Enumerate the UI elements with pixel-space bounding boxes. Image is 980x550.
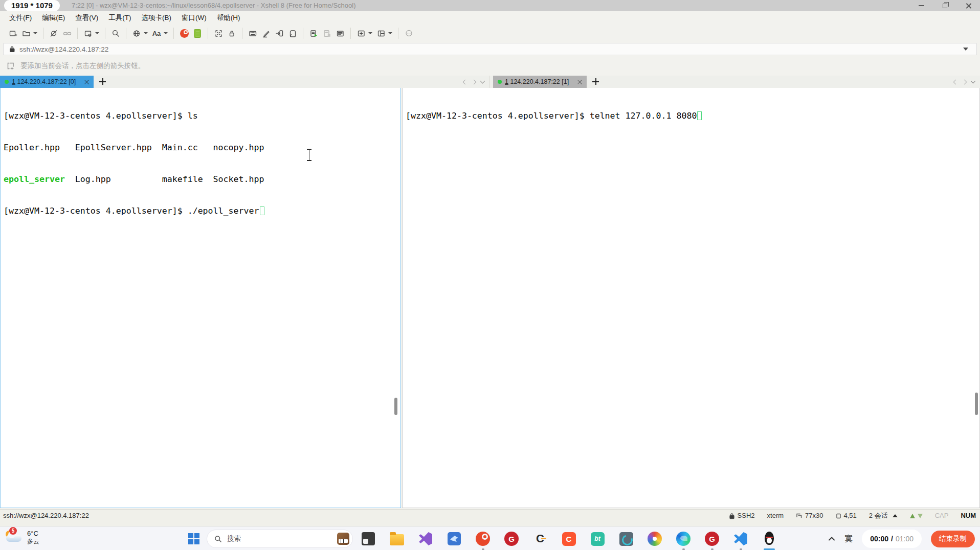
reconnect-icon[interactable] — [60, 27, 74, 40]
font-decrease-icon[interactable] — [918, 514, 923, 518]
open-session-icon[interactable] — [19, 27, 33, 40]
taskbar-search[interactable]: 搜索 — [207, 530, 353, 548]
leetcode-icon: C — [533, 532, 547, 546]
app-file-explorer[interactable] — [388, 530, 406, 548]
split-layout-icon[interactable] — [374, 27, 388, 40]
weather-cloud-icon: 5 — [5, 529, 24, 546]
app-leetcode[interactable]: C — [531, 530, 549, 548]
ssl-lock-icon — [9, 45, 15, 53]
search-icon[interactable] — [109, 27, 122, 40]
tab-list-dropdown-icon[interactable] — [971, 79, 976, 84]
xagent-icon[interactable] — [177, 27, 191, 40]
app-edge[interactable] — [674, 530, 693, 548]
menu-edit[interactable]: 编辑(E) — [37, 11, 70, 25]
menu-file[interactable]: 文件(F) — [4, 11, 37, 25]
encoding-caret[interactable] — [144, 32, 148, 34]
tab-left-session[interactable]: 1 124.220.4.187:22 [0] — [0, 76, 94, 88]
app-gitee-2[interactable]: G — [703, 530, 721, 548]
split-layout-caret[interactable] — [388, 32, 392, 34]
new-tab-caret[interactable] — [368, 32, 372, 34]
close-button[interactable] — [956, 0, 980, 11]
lock-screen-icon[interactable] — [225, 27, 238, 40]
font-caret[interactable] — [164, 32, 168, 34]
status-bar: ssh://wzx@124.220.4.187:22 SSH2 xterm 77… — [0, 509, 980, 526]
restore-button[interactable] — [933, 0, 956, 11]
log-icon[interactable] — [333, 27, 347, 40]
add-session-icon[interactable] — [6, 61, 16, 71]
encoding-globe-icon[interactable] — [130, 27, 143, 40]
disconnect-icon[interactable] — [47, 27, 60, 40]
session-connected-dot — [498, 80, 502, 84]
terminal-line: Epoller.hpp EpollServer.hpp Main.cc noco… — [4, 143, 400, 153]
menu-window[interactable]: 窗口(W) — [176, 11, 212, 25]
status-terminal-type: xterm — [767, 511, 784, 521]
recording-elapsed: 00:00 — [870, 535, 888, 543]
send-to-icon[interactable] — [273, 27, 286, 40]
app-qq[interactable] — [760, 530, 778, 548]
app-vscode[interactable] — [731, 530, 750, 548]
terminal-left[interactable]: [wzx@VM-12-3-centos 4.epollserver]$ ls E… — [0, 88, 401, 508]
weather-widget[interactable]: 5 6°C 多云 — [5, 529, 39, 546]
taskbar-apps: G C C bt G — [359, 530, 778, 548]
menu-tools[interactable]: 工具(T) — [103, 11, 136, 25]
menu-view[interactable]: 查看(V) — [70, 11, 103, 25]
search-highlight-piano-icon[interactable] — [337, 533, 349, 545]
help-chat-icon[interactable] — [402, 27, 415, 40]
tab-scroll-right-icon[interactable] — [962, 79, 967, 84]
menu-tab[interactable]: 选项卡(B) — [137, 11, 177, 25]
stop-script-icon[interactable] — [320, 27, 333, 40]
app-xshell[interactable] — [474, 530, 492, 548]
app-snipping-tool[interactable] — [359, 530, 377, 548]
scrollbar-thumb[interactable] — [975, 393, 978, 415]
compose-icon[interactable] — [259, 27, 273, 40]
app-gitee[interactable]: G — [502, 530, 521, 548]
gitee-icon: G — [504, 532, 519, 546]
address-dropdown-caret[interactable] — [963, 48, 968, 51]
app-design-tool[interactable] — [617, 530, 635, 548]
terminal-right[interactable]: [wzx@VM-12-3-centos 4.epollserver]$ teln… — [402, 88, 980, 508]
ime-indicator[interactable]: 寞 — [844, 534, 853, 544]
address-field[interactable]: ssh://wzx@124.220.4.187:22 — [3, 43, 977, 55]
new-tab-button-right[interactable] — [591, 77, 601, 87]
script-icon[interactable] — [286, 27, 299, 40]
duplicate-session-icon[interactable] — [81, 27, 95, 40]
keyboard-icon[interactable] — [246, 27, 259, 40]
open-session-caret[interactable] — [33, 32, 37, 34]
new-tab-icon[interactable] — [354, 27, 368, 40]
xftp-icon[interactable] — [191, 27, 204, 40]
font-size-controls — [910, 514, 923, 518]
weather-temperature: 6°C — [27, 530, 39, 538]
tab-close-icon[interactable] — [577, 79, 582, 84]
run-script-icon[interactable] — [307, 27, 320, 40]
restore-icon — [943, 4, 947, 8]
scrollbar-thumb[interactable] — [394, 398, 397, 415]
minimize-button[interactable] — [909, 0, 933, 11]
start-button[interactable] — [188, 533, 199, 544]
stop-recording-button[interactable]: 结束录制 — [931, 531, 975, 547]
close-icon — [966, 3, 971, 9]
font-icon[interactable]: Aa — [150, 27, 163, 40]
snipping-tool-icon — [362, 532, 375, 545]
app-csdn[interactable]: C — [560, 530, 578, 548]
app-visual-studio[interactable] — [416, 530, 435, 548]
menu-help[interactable]: 帮助(H) — [212, 11, 246, 25]
app-bt-tool[interactable]: bt — [588, 530, 607, 548]
fullscreen-icon[interactable] — [212, 27, 225, 40]
tab-scroll-left-icon[interactable] — [953, 79, 959, 84]
app-code-blue[interactable] — [445, 530, 463, 548]
font-increase-icon[interactable] — [910, 514, 915, 518]
tab-right-session[interactable]: 1 124.220.4.187:22 [1] — [493, 76, 587, 88]
edge-icon — [676, 532, 691, 546]
tab-scroll-left-icon[interactable] — [463, 79, 468, 84]
duplicate-session-caret[interactable] — [95, 32, 99, 34]
app-paint-palette[interactable] — [645, 530, 664, 548]
status-session-count[interactable]: 2 会话 — [869, 511, 898, 521]
tray-expand-chevron-icon[interactable] — [828, 534, 835, 543]
window-controls — [909, 0, 980, 11]
new-tab-button-left[interactable] — [98, 77, 108, 87]
new-session-icon[interactable] — [6, 27, 19, 40]
tab-list-dropdown-icon[interactable] — [480, 79, 485, 84]
tab-close-icon[interactable] — [84, 79, 89, 84]
windows-taskbar: 5 6°C 多云 搜索 G C C bt — [0, 526, 980, 550]
tab-scroll-right-icon[interactable] — [472, 79, 477, 84]
